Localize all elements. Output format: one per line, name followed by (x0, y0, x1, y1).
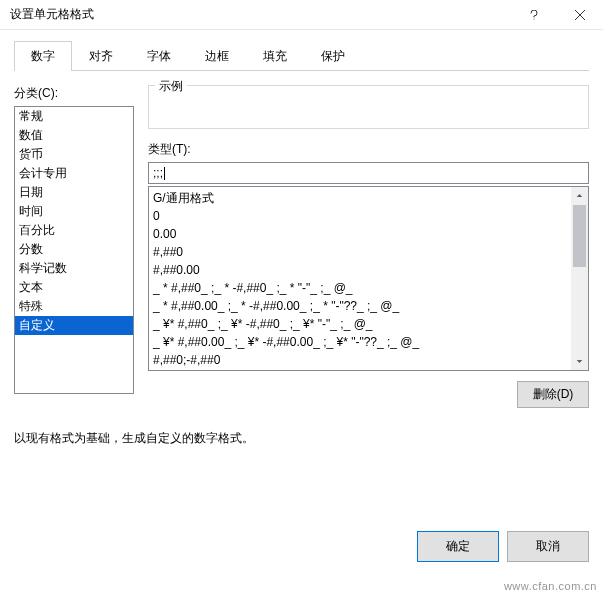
category-item-currency[interactable]: 货币 (15, 145, 133, 164)
category-item-text[interactable]: 文本 (15, 278, 133, 297)
format-item[interactable]: _ ¥* #,##0.00_ ;_ ¥* -#,##0.00_ ;_ ¥* "-… (153, 333, 567, 351)
tab-fill[interactable]: 填充 (246, 41, 304, 71)
sample-groupbox: 示例 (148, 85, 589, 129)
category-listbox[interactable]: 常规 数值 货币 会计专用 日期 时间 百分比 分数 科学记数 文本 特殊 自定… (14, 106, 134, 394)
ok-button[interactable]: 确定 (417, 531, 499, 562)
category-item-fraction[interactable]: 分数 (15, 240, 133, 259)
scroll-thumb[interactable] (573, 205, 586, 267)
help-button[interactable] (511, 0, 557, 30)
tab-strip: 数字 对齐 字体 边框 填充 保护 (14, 40, 589, 71)
svg-point-0 (534, 18, 535, 19)
tab-number[interactable]: 数字 (14, 41, 72, 71)
category-item-special[interactable]: 特殊 (15, 297, 133, 316)
format-item[interactable]: _ ¥* #,##0_ ;_ ¥* -#,##0_ ;_ ¥* "-"_ ;_ … (153, 315, 567, 333)
category-label: 分类(C): (14, 85, 134, 102)
category-item-general[interactable]: 常规 (15, 107, 133, 126)
category-item-percentage[interactable]: 百分比 (15, 221, 133, 240)
category-item-scientific[interactable]: 科学记数 (15, 259, 133, 278)
tab-border[interactable]: 边框 (188, 41, 246, 71)
titlebar: 设置单元格格式 (0, 0, 603, 30)
delete-button[interactable]: 删除(D) (517, 381, 589, 408)
format-item[interactable]: #,##0;[红色]-#,##0 (153, 369, 567, 370)
category-item-custom[interactable]: 自定义 (15, 316, 133, 335)
format-item[interactable]: #,##0 (153, 243, 567, 261)
window-title: 设置单元格格式 (10, 6, 511, 23)
format-item[interactable]: #,##0.00 (153, 261, 567, 279)
dialog-buttons: 确定 取消 (417, 531, 589, 562)
sample-label: 示例 (155, 78, 187, 95)
category-item-accounting[interactable]: 会计专用 (15, 164, 133, 183)
scroll-down-button[interactable] (571, 353, 588, 370)
format-item[interactable]: _ * #,##0_ ;_ * -#,##0_ ;_ * "-"_ ;_ @_ (153, 279, 567, 297)
type-label: 类型(T): (148, 141, 589, 158)
caret-icon (164, 167, 165, 180)
format-item[interactable]: 0.00 (153, 225, 567, 243)
type-input[interactable]: ;;; (148, 162, 589, 184)
cancel-button[interactable]: 取消 (507, 531, 589, 562)
format-item[interactable]: #,##0;-#,##0 (153, 351, 567, 369)
scroll-up-button[interactable] (571, 187, 588, 204)
category-item-time[interactable]: 时间 (15, 202, 133, 221)
description-text: 以现有格式为基础，生成自定义的数字格式。 (14, 430, 589, 447)
dialog-content: 数字 对齐 字体 边框 填充 保护 分类(C): 常规 数值 货币 会计专用 日… (0, 30, 603, 447)
category-item-number[interactable]: 数值 (15, 126, 133, 145)
format-item[interactable]: _ * #,##0.00_ ;_ * -#,##0.00_ ;_ * "-"??… (153, 297, 567, 315)
tab-alignment[interactable]: 对齐 (72, 41, 130, 71)
type-input-value: ;;; (153, 166, 163, 180)
format-listbox[interactable]: G/通用格式 0 0.00 #,##0 #,##0.00 _ * #,##0_ … (148, 186, 589, 371)
format-item[interactable]: 0 (153, 207, 567, 225)
scrollbar[interactable] (571, 187, 588, 370)
tab-font[interactable]: 字体 (130, 41, 188, 71)
watermark-text: www.cfan.com.cn (504, 580, 597, 592)
close-button[interactable] (557, 0, 603, 30)
category-item-date[interactable]: 日期 (15, 183, 133, 202)
format-item[interactable]: G/通用格式 (153, 189, 567, 207)
tab-panel-number: 分类(C): 常规 数值 货币 会计专用 日期 时间 百分比 分数 科学记数 文… (14, 71, 589, 408)
tab-protection[interactable]: 保护 (304, 41, 362, 71)
